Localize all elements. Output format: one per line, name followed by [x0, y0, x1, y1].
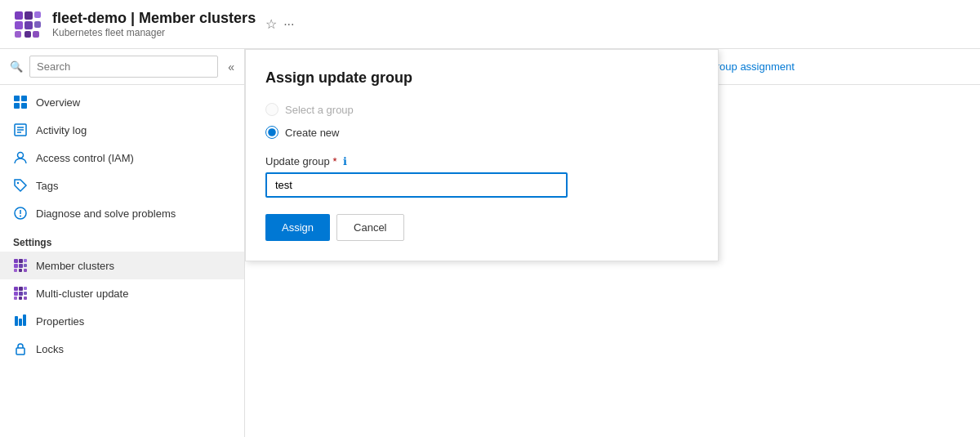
sidebar-item-access-label: Access control (IAM): [36, 152, 134, 164]
svg-rect-8: [33, 31, 39, 38]
sidebar-item-diagnose-label: Diagnose and solve problems: [36, 207, 176, 220]
sidebar-item-properties[interactable]: Properties: [0, 307, 244, 335]
svg-rect-9: [14, 96, 20, 101]
svg-rect-38: [19, 297, 22, 300]
assign-update-group-panel: Assign update group Select a group Creat…: [245, 49, 719, 261]
app-icon: [13, 10, 42, 39]
svg-rect-1: [24, 11, 33, 20]
sidebar-item-access-control[interactable]: Access control (IAM): [0, 144, 244, 172]
svg-point-17: [18, 153, 24, 158]
sidebar-item-locks-label: Locks: [36, 343, 64, 355]
svg-rect-26: [19, 264, 23, 268]
sidebar-item-multi-cluster-update[interactable]: Multi-cluster update: [0, 279, 244, 307]
main-layout: 🔍 « Overview Activity log: [0, 49, 980, 437]
sidebar: 🔍 « Overview Activity log: [0, 49, 245, 437]
svg-rect-2: [34, 11, 41, 18]
page-name: Member clusters: [139, 10, 256, 26]
sidebar-item-properties-label: Properties: [36, 315, 84, 328]
svg-rect-5: [34, 21, 41, 28]
info-icon[interactable]: ℹ: [343, 155, 347, 167]
svg-rect-3: [15, 21, 23, 29]
svg-rect-0: [15, 11, 23, 20]
required-indicator: *: [332, 155, 336, 167]
update-icon: [13, 286, 28, 301]
diagnose-icon: [13, 206, 28, 221]
more-options-icon[interactable]: ···: [283, 17, 294, 32]
header-title-block: fleet-demo | Member clusters Kubernetes …: [52, 10, 256, 38]
sidebar-item-member-clusters-label: Member clusters: [36, 260, 114, 272]
sidebar-item-tags-label: Tags: [36, 180, 58, 192]
sidebar-item-activity-log[interactable]: Activity log: [0, 116, 244, 144]
sidebar-item-tags[interactable]: Tags: [0, 172, 244, 199]
svg-rect-25: [14, 264, 18, 268]
radio-create-new[interactable]: Create new: [265, 126, 698, 139]
search-input[interactable]: [29, 56, 218, 78]
activity-icon: [13, 123, 28, 137]
favorite-icon[interactable]: ☆: [265, 16, 277, 32]
sidebar-item-locks[interactable]: Locks: [0, 335, 244, 363]
svg-rect-28: [14, 269, 17, 272]
svg-rect-34: [14, 292, 18, 296]
radio-select-group[interactable]: Select a group: [265, 103, 698, 116]
properties-icon: [13, 314, 28, 328]
radio-create-new-input[interactable]: [265, 126, 278, 139]
page-title: fleet-demo | Member clusters: [52, 10, 256, 27]
settings-section-label: Settings: [0, 227, 244, 252]
app-name: fleet-demo: [52, 10, 127, 26]
svg-rect-24: [24, 259, 27, 262]
sidebar-item-diagnose[interactable]: Diagnose and solve problems: [0, 199, 244, 227]
radio-select-group-input[interactable]: [265, 103, 278, 116]
app-header: fleet-demo | Member clusters Kubernetes …: [0, 0, 980, 49]
svg-rect-41: [19, 319, 22, 326]
sidebar-nav: Overview Activity log Access control (IA…: [0, 85, 244, 366]
svg-rect-23: [19, 259, 23, 263]
svg-rect-43: [16, 348, 24, 355]
svg-rect-11: [14, 103, 20, 109]
tags-icon: [13, 178, 28, 193]
svg-rect-33: [24, 287, 27, 290]
update-group-input[interactable]: [265, 172, 568, 198]
svg-rect-29: [19, 269, 22, 272]
panel-title: Assign update group: [265, 69, 698, 87]
sidebar-item-multi-cluster-label: Multi-cluster update: [36, 288, 128, 300]
collapse-button[interactable]: «: [228, 60, 234, 74]
svg-rect-42: [23, 314, 26, 326]
title-separator: |: [131, 10, 139, 26]
app-subtitle: Kubernetes fleet manager: [52, 27, 256, 38]
svg-rect-22: [14, 259, 18, 263]
svg-point-18: [17, 182, 19, 184]
svg-rect-31: [14, 287, 18, 291]
svg-rect-12: [21, 103, 27, 109]
search-container: 🔍 «: [0, 49, 244, 85]
overview-icon: [13, 95, 28, 109]
search-icon: 🔍: [10, 60, 23, 73]
svg-rect-10: [21, 96, 27, 101]
cancel-button[interactable]: Cancel: [336, 214, 403, 241]
locks-icon: [13, 341, 28, 356]
sidebar-item-overview-label: Overview: [36, 96, 80, 109]
svg-rect-39: [24, 297, 27, 300]
content-area: + Add Remove Refresh Assign upda: [245, 49, 980, 437]
update-group-field-label: Update group * ℹ: [265, 155, 698, 167]
panel-actions: Assign Cancel: [265, 214, 698, 241]
svg-rect-36: [24, 292, 27, 295]
svg-rect-27: [24, 264, 27, 267]
svg-rect-35: [19, 292, 23, 296]
sidebar-item-member-clusters[interactable]: Member clusters: [0, 252, 244, 279]
radio-create-new-label: Create new: [285, 127, 339, 139]
svg-rect-4: [24, 21, 33, 29]
svg-rect-30: [24, 269, 27, 272]
sidebar-item-overview[interactable]: Overview: [0, 88, 244, 116]
radio-group: Select a group Create new: [265, 103, 698, 139]
svg-rect-32: [19, 287, 23, 291]
svg-point-21: [20, 216, 21, 217]
svg-rect-40: [15, 316, 18, 326]
svg-rect-7: [24, 31, 31, 38]
radio-select-group-label: Select a group: [285, 104, 354, 116]
svg-rect-37: [14, 297, 17, 300]
assign-button[interactable]: Assign: [265, 214, 330, 241]
clusters-icon: [13, 258, 28, 273]
header-actions: ☆ ···: [265, 16, 294, 32]
sidebar-item-activity-label: Activity log: [36, 124, 87, 136]
svg-rect-6: [15, 31, 21, 38]
